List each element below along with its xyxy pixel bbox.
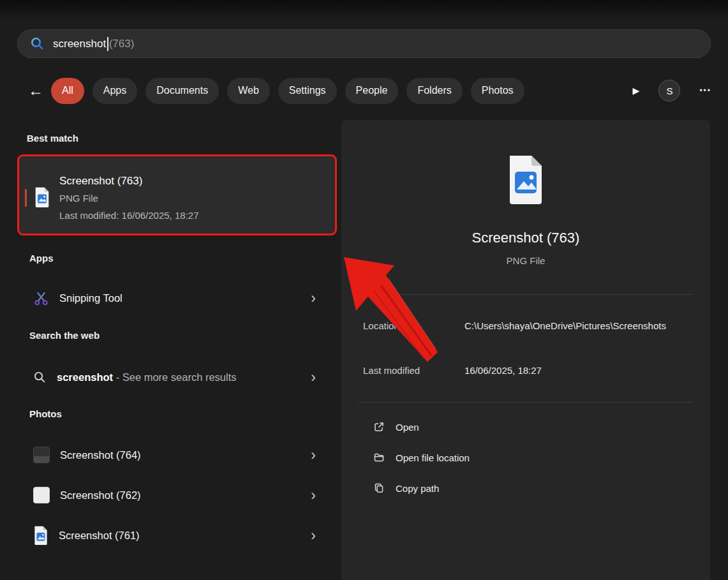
filter-tab-settings[interactable]: Settings (278, 78, 337, 104)
field-label-location: Location (363, 318, 399, 334)
web-suffix: - See more search results (113, 371, 237, 383)
chevron-right-icon[interactable]: › (311, 528, 316, 543)
image-file-icon (34, 187, 50, 210)
action-open[interactable]: Open (360, 412, 691, 442)
preview-filetype: PNG File (341, 255, 710, 266)
best-match-filetype: PNG File (59, 190, 199, 207)
search-query-text: screenshot (53, 38, 106, 50)
best-match-title: Screenshot (763) (59, 173, 199, 190)
filter-tab-people[interactable]: People (345, 78, 399, 104)
best-match-result[interactable]: Screenshot (763) PNG File Last modified:… (17, 154, 337, 235)
result-label: Screenshot (762) (60, 489, 141, 502)
photo-thumbnail (33, 487, 50, 503)
action-open-file-location[interactable]: Open file location (360, 443, 691, 472)
field-label-modified: Last modified (363, 363, 420, 378)
result-screenshot-764[interactable]: Screenshot (764) › (19, 438, 336, 472)
image-file-icon-large (506, 154, 546, 207)
back-icon[interactable]: ← (28, 82, 51, 100)
search-input[interactable]: screenshot (763) (17, 29, 711, 58)
divider (358, 294, 694, 295)
image-file-icon (33, 526, 48, 545)
selection-accent-bar (25, 189, 27, 207)
chevron-right-icon[interactable]: › (311, 448, 316, 463)
search-icon (30, 36, 45, 51)
snipping-tool-icon (33, 290, 49, 306)
best-match-header: Best match (27, 133, 78, 144)
result-screenshot-762[interactable]: Screenshot (762) › (19, 479, 336, 512)
chevron-right-icon[interactable]: › (311, 291, 316, 306)
preview-title: Screenshot (763) (341, 230, 710, 246)
photo-thumbnail (33, 447, 50, 463)
action-label: Copy path (396, 483, 439, 494)
filter-tab-folders[interactable]: Folders (406, 78, 462, 104)
divider (358, 402, 694, 403)
chevron-right-icon[interactable]: › (311, 370, 316, 385)
action-label: Open (396, 422, 419, 433)
result-snipping-tool[interactable]: Snipping Tool › (19, 281, 336, 315)
filter-tab-documents[interactable]: Documents (145, 78, 219, 104)
result-label: Screenshot (761) (59, 530, 140, 542)
folder-icon (373, 452, 385, 463)
ellipsis-icon[interactable]: ••• (699, 86, 711, 95)
text-caret (107, 37, 108, 51)
result-web-search[interactable]: screenshot - See more search results › (19, 361, 336, 394)
chevron-right-icon[interactable]: › (311, 488, 316, 503)
action-copy-path[interactable]: Copy path (360, 473, 691, 503)
web-query: screenshot (57, 371, 113, 383)
filter-tab-photos[interactable]: Photos (471, 78, 524, 104)
result-label: Screenshot (764) (60, 449, 141, 461)
web-header: Search the web (29, 330, 100, 341)
search-suggestion-text: (763) (109, 38, 135, 50)
top-shade (0, 0, 728, 20)
action-label: Open file location (396, 452, 470, 463)
windows-search-flyout: screenshot (763) ← All Apps Documents We… (0, 0, 728, 580)
filter-tab-all[interactable]: All (51, 78, 84, 104)
best-match-text: Screenshot (763) PNG File Last modified:… (59, 173, 199, 224)
preview-panel: Screenshot (763) PNG File Location C:\Us… (341, 120, 710, 580)
filter-bar-right: ▶ S ••• (633, 80, 711, 101)
account-avatar[interactable]: S (658, 80, 680, 101)
copy-icon (373, 482, 385, 494)
filter-bar: ← All Apps Documents Web Settings People… (28, 77, 711, 105)
result-screenshot-761[interactable]: Screenshot (761) › (19, 519, 336, 552)
best-match-modified: Last modified: 16/06/2025, 18:27 (59, 207, 199, 224)
open-external-icon (373, 421, 385, 433)
result-label: Snipping Tool (59, 292, 123, 304)
photos-header: Photos (29, 408, 62, 419)
field-value-location: C:\Users\shaya\OneDrive\Pictures\Screens… (464, 318, 689, 334)
filter-tab-apps[interactable]: Apps (93, 78, 137, 104)
filter-tab-web[interactable]: Web (227, 78, 270, 104)
apps-header: Apps (29, 253, 54, 264)
search-glyph-icon (33, 371, 47, 384)
result-label: screenshot - See more search results (57, 371, 237, 383)
more-filters-icon[interactable]: ▶ (633, 86, 640, 96)
field-value-modified: 16/06/2025, 18:27 (464, 363, 689, 378)
